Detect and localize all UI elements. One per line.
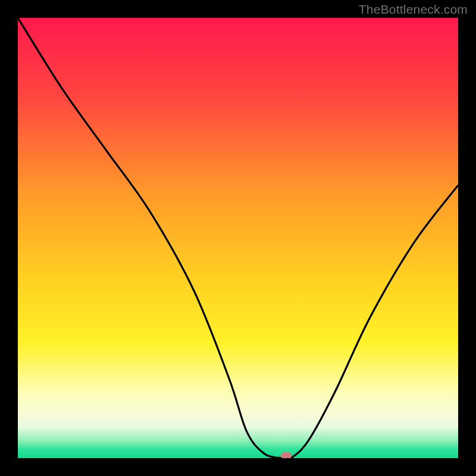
watermark-text: TheBottleneck.com (359, 2, 468, 17)
optimal-marker (281, 452, 292, 458)
bottleneck-curve (18, 18, 458, 458)
chart-frame: TheBottleneck.com (0, 0, 476, 476)
plot-area (18, 18, 458, 458)
curve-path (18, 18, 458, 458)
